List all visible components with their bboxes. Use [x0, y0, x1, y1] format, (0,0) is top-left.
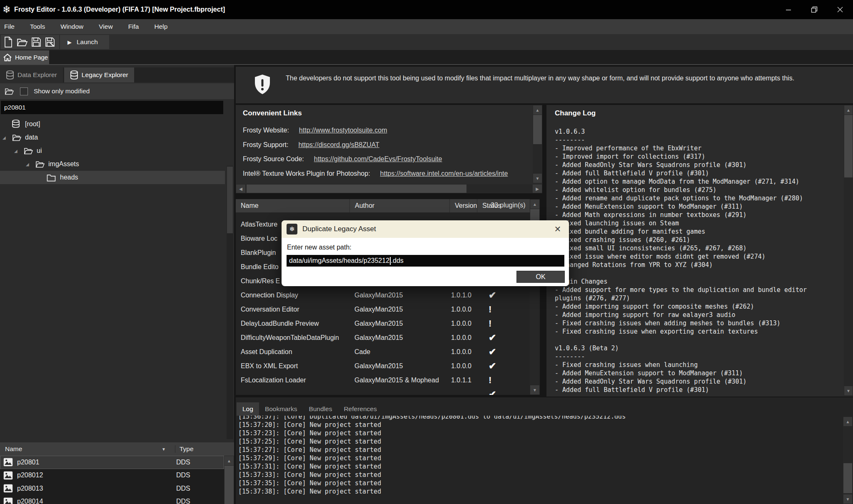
- menu-bar: FileToolsWindowViewFifaHelp: [0, 19, 853, 34]
- changelog-line: - Fixed launching issues on Steam: [555, 219, 823, 227]
- plugin-row[interactable]: [236, 387, 530, 395]
- log-tab[interactable]: Bookmarks: [259, 402, 303, 416]
- folder-open-icon: [23, 147, 33, 155]
- plugin-row[interactable]: FsLocalization Loader GalaxyMan2015 & Mo…: [236, 373, 530, 387]
- changelog-line: - Added rename and duplicate pack option…: [555, 194, 823, 202]
- changelog-line: - Fixed crashing issue when exporting ce…: [555, 327, 823, 336]
- tree-node[interactable]: ui: [0, 144, 225, 157]
- changelog-line: Plugin Changes: [555, 277, 823, 286]
- asset-path-input[interactable]: data/ui/imgAssets/heads/p235212.dds: [287, 255, 564, 267]
- changelog-line: [555, 336, 823, 344]
- title-bar: ❄ Frosty Editor - 1.0.6.3 (Developer) (F…: [0, 0, 853, 19]
- tree-node[interactable]: data: [0, 131, 225, 144]
- log-line: [15:37:29]: [Core] New project started: [238, 454, 842, 462]
- expander-icon[interactable]: [26, 162, 35, 167]
- link-label: Frosty Source Code:: [243, 155, 304, 163]
- open-project-icon[interactable]: [17, 37, 27, 47]
- expander-icon[interactable]: [2, 135, 12, 140]
- menu-item[interactable]: View: [99, 23, 112, 30]
- asset-row[interactable]: p208012 DDS: [0, 469, 224, 482]
- log-vscrollbar[interactable]: [843, 417, 853, 504]
- log-tab[interactable]: References: [338, 402, 382, 416]
- show-only-modified-checkbox[interactable]: [20, 87, 28, 95]
- explorer-search-input[interactable]: p20801: [1, 101, 223, 114]
- window-title: Frosty Editor - 1.0.6.3 (Developer) (FIF…: [14, 6, 225, 13]
- dialog-close-icon[interactable]: [552, 224, 563, 235]
- asset-row[interactable]: p20801 DDS: [0, 456, 224, 469]
- menu-item[interactable]: Tools: [30, 23, 45, 30]
- save-project-icon[interactable]: [31, 37, 41, 47]
- menu-item[interactable]: Fifa: [128, 23, 139, 30]
- save-project-as-icon[interactable]: [45, 37, 55, 47]
- plugin-row[interactable]: Asset Duplication Cade 1.0.0.0: [236, 345, 530, 359]
- tab-home-page[interactable]: Home Page: [0, 50, 49, 64]
- log-line: [15:37:35]: [Core] New project started: [238, 479, 842, 487]
- links-hscrollbar[interactable]: [236, 184, 542, 193]
- tree-scrollbar[interactable]: [227, 166, 233, 439]
- link-label: Intel® Texture Works Plugin for Photosho…: [243, 170, 370, 177]
- log-line: [15:37:20]: [Core] New project started: [238, 421, 842, 429]
- plugin-row[interactable]: DifficultyWeaponTableDataPlugin GalaxyMa…: [236, 331, 530, 345]
- asset-row[interactable]: p208013 DDS: [0, 482, 224, 495]
- links-vscrollbar[interactable]: [533, 105, 542, 183]
- changelog-line: - Added whitelist option for bundles (#2…: [555, 186, 823, 194]
- database-icon: [70, 70, 78, 80]
- log-line: [15:37:27]: [Core] New project started: [238, 446, 842, 454]
- explorer-tab[interactable]: Legacy Explorer: [64, 67, 134, 82]
- changelog-line: --------: [555, 352, 823, 361]
- hyperlink[interactable]: https://github.com/CadeEvs/FrostyToolsui…: [314, 155, 442, 163]
- log-line: [15:37:33]: [Core] New project started: [238, 471, 842, 479]
- hyperlink[interactable]: http://www.frostytoolsuite.com: [299, 127, 387, 134]
- explorer-toolstrip: Show only modified: [0, 83, 234, 99]
- log-tab[interactable]: Bundles: [303, 402, 338, 416]
- changelog-line: - Added support for more types to the du…: [555, 286, 823, 302]
- plugins-column-author[interactable]: Author: [349, 199, 449, 212]
- asset-column-name[interactable]: Name: [0, 445, 175, 453]
- log-line: [15:37:38]: [Core] New project started: [238, 487, 842, 496]
- asset-column-type[interactable]: Type: [175, 445, 224, 453]
- new-project-icon[interactable]: [4, 37, 13, 47]
- input-text-after-caret: .dds: [391, 257, 404, 264]
- hyperlink[interactable]: https://discord.gg/sB8ZUAT: [298, 141, 379, 149]
- maximize-button[interactable]: [801, 0, 827, 19]
- changelog-vscrollbar[interactable]: [844, 105, 853, 396]
- tree-node[interactable]: imgAssets: [0, 157, 225, 171]
- tree-node[interactable]: heads: [0, 171, 225, 184]
- launch-button[interactable]: Launch: [60, 35, 109, 49]
- plugin-row[interactable]: EBX to XML Export GalaxyMan2015 1.0.0.0: [236, 359, 530, 373]
- menu-item[interactable]: Help: [154, 23, 167, 30]
- changelog-line: - Fixed bundle adding for manifest games: [555, 227, 823, 236]
- ok-button[interactable]: OK: [516, 271, 565, 283]
- changelog-title: Change Log: [555, 109, 596, 117]
- asset-list-vscrollbar[interactable]: [224, 456, 234, 504]
- changelog-line: - Added importing support for raw ealaye…: [555, 311, 823, 319]
- play-icon: [67, 38, 72, 46]
- plugin-row[interactable]: Conversation Editor GalaxyMan2015 1.0.0.…: [236, 302, 530, 317]
- changelog-line: - Fixed crashing issues when adding mesh…: [555, 319, 823, 327]
- plugin-row[interactable]: Connection Display GalaxyMan2015 1.0.1.0: [236, 288, 530, 302]
- close-button[interactable]: [827, 0, 853, 19]
- window-controls: [776, 0, 853, 19]
- menu-item[interactable]: File: [4, 23, 15, 30]
- asset-row[interactable]: p208014 DDS: [0, 495, 224, 504]
- folder-open-icon: [35, 160, 45, 168]
- expander-icon[interactable]: [14, 149, 23, 153]
- minimize-button[interactable]: [776, 0, 801, 19]
- plugins-column-name[interactable]: Name: [236, 199, 349, 212]
- image-file-icon: [3, 484, 13, 493]
- menu-item[interactable]: Window: [60, 23, 83, 30]
- hyperlink[interactable]: https://software.intel.com/en-us/article…: [380, 170, 508, 177]
- plugins-column-version[interactable]: Version: [449, 199, 477, 212]
- links-list: Frosty Website: http://www.frostytoolsui…: [243, 123, 530, 181]
- log-tab[interactable]: Log: [237, 402, 259, 416]
- changelog-panel: Change Log v1.0.6.3--------- Improved pe…: [546, 105, 853, 397]
- app-snowflake-icon: ❄: [2, 4, 11, 15]
- explorer-tab[interactable]: Data Explorer: [0, 67, 63, 82]
- plugin-row[interactable]: DelayLoadBundle Preview GalaxyMan2015 1.…: [236, 317, 530, 331]
- folder-tool-icon[interactable]: [4, 87, 14, 95]
- document-tabstrip: Home Page: [0, 50, 853, 64]
- tree-node[interactable]: [root]: [0, 117, 225, 131]
- changelog-line: - Added option to manage ModData from th…: [555, 177, 823, 186]
- convenient-links-panel: Convenient Links Frosty Website: http://…: [236, 105, 542, 193]
- changelog-line: - Added MenuExtension support to ModMana…: [555, 369, 823, 377]
